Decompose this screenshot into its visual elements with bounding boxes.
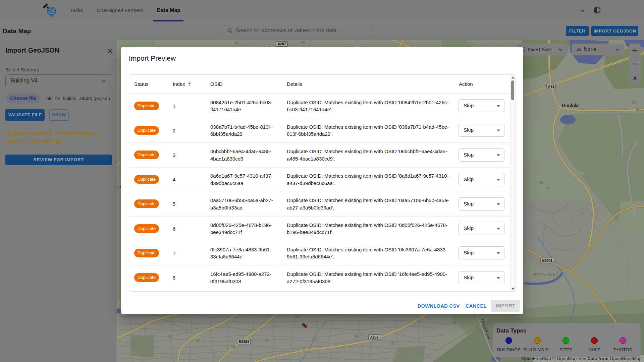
svg-text:WAVERLEY: WAVERLEY	[533, 272, 559, 276]
svg-text:Runfold: Runfold	[562, 103, 579, 108]
svg-text:A31: A31	[548, 84, 554, 88]
svg-text:A287: A287	[370, 335, 378, 339]
svg-text:B3384: B3384	[239, 340, 249, 344]
svg-text:A287: A287	[277, 42, 286, 46]
svg-text:B3001: B3001	[542, 258, 553, 262]
